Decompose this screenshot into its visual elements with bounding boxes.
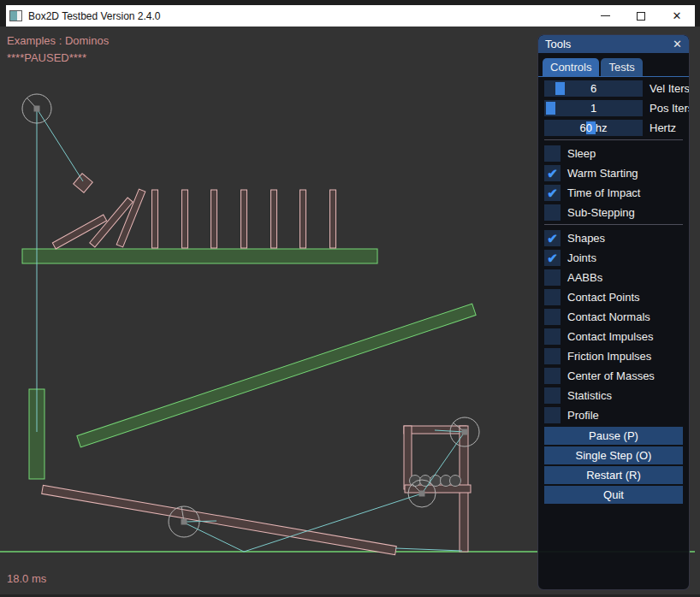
slider-group: 6Vel Iters1Pos Iters60 hzHertz <box>544 80 683 136</box>
checkbox-box[interactable] <box>544 348 561 364</box>
tools-panel: Tools ✕ ControlsTests 6Vel Iters1Pos Ite… <box>537 34 690 590</box>
checkbox-label: Center of Masses <box>567 369 655 382</box>
checkbox-box[interactable] <box>544 368 561 384</box>
panel-close-icon[interactable]: ✕ <box>673 38 682 50</box>
checkbox-box[interactable] <box>544 145 561 162</box>
slider-row-pos-iters: 1Pos Iters <box>544 100 683 116</box>
box2d-testbed-window: { "window": { "title": "Box2D Testbed Ve… <box>0 0 700 597</box>
checkbox-group-draw: ✔Shapes✔JointsAABBsContact PointsContact… <box>544 230 683 423</box>
checkbox-shapes[interactable]: ✔Shapes <box>544 230 683 246</box>
checkbox-time-of-impact[interactable]: ✔Time of Impact <box>544 185 683 201</box>
checkbox-friction-impulses[interactable]: Friction Impulses <box>544 348 683 364</box>
checkbox-box[interactable] <box>544 204 561 221</box>
joint-anchor <box>181 519 187 525</box>
checkbox-label: AABBs <box>567 271 602 284</box>
checkbox-box[interactable] <box>544 407 561 423</box>
checkbox-label: Time of Impact <box>567 186 640 199</box>
checkbox-contact-normals[interactable]: Contact Normals <box>544 309 683 325</box>
checkbox-label: Contact Points <box>567 291 640 304</box>
slider-hertz[interactable]: 60 hz <box>544 120 643 136</box>
tab-bar: ControlsTests <box>538 53 689 77</box>
tools-panel-header[interactable]: Tools ✕ <box>538 35 689 53</box>
checkbox-label: Joints <box>567 251 596 264</box>
checkbox-label: Statistics <box>567 389 612 402</box>
checkbox-profile[interactable]: Profile <box>544 407 683 423</box>
button-pause-p[interactable]: Pause (P) <box>544 427 683 445</box>
checkbox-center-of-masses[interactable]: Center of Masses <box>544 368 683 384</box>
checkbox-contact-impulses[interactable]: Contact Impulses <box>544 328 683 345</box>
dynamic-box[interactable] <box>404 426 466 434</box>
dynamic-box[interactable] <box>116 189 145 247</box>
checkbox-box[interactable] <box>544 387 561 404</box>
checkbox-label: Profile <box>567 409 599 422</box>
checkbox-box[interactable] <box>544 328 561 345</box>
dynamic-box[interactable] <box>330 190 336 248</box>
close-icon: ✕ <box>673 10 682 21</box>
checkmark-icon[interactable]: ✔ <box>544 230 561 246</box>
tab-tests[interactable]: Tests <box>601 58 642 76</box>
joint-line <box>186 523 244 552</box>
checkbox-label: Contact Normals <box>567 310 650 323</box>
maximize-button[interactable] <box>623 5 659 27</box>
app-icon <box>9 10 22 21</box>
slider-label: Hertz <box>650 121 676 134</box>
slider-vel-iters[interactable]: 6 <box>544 80 643 97</box>
ball-shape[interactable] <box>450 476 461 487</box>
button-single-step-o[interactable]: Single Step (O) <box>544 446 683 464</box>
checkbox-warm-starting[interactable]: ✔Warm Starting <box>544 165 683 181</box>
slider-label: Pos Iters <box>650 102 690 115</box>
checkmark-icon[interactable]: ✔ <box>544 250 561 266</box>
dynamic-box[interactable] <box>241 190 247 248</box>
title-bar[interactable]: Box2D Testbed Version 2.4.0 ✕ <box>6 5 695 27</box>
checkbox-group-simulation: Sleep✔Warm Starting✔Time of ImpactSub-St… <box>544 145 683 221</box>
checkbox-contact-points[interactable]: Contact Points <box>544 289 683 305</box>
checkbox-sub-stepping[interactable]: Sub-Stepping <box>544 204 683 221</box>
window-title: Box2D Testbed Version 2.4.0 <box>28 10 161 22</box>
paused-caption: ****PAUSED**** <box>7 51 86 64</box>
example-caption: Examples : Dominos <box>7 34 109 47</box>
slider-label: Vel Iters <box>650 82 690 95</box>
slider-value: 60 hz <box>544 120 643 136</box>
checkbox-label: Friction Impulses <box>567 350 651 363</box>
dynamic-box[interactable] <box>300 190 306 248</box>
checkbox-label: Contact Impulses <box>567 330 653 343</box>
frame-time-status: 18.0 ms <box>7 572 46 585</box>
checkbox-joints[interactable]: ✔Joints <box>544 250 683 266</box>
checkbox-label: Sleep <box>567 147 596 160</box>
checkbox-label: Sub-Stepping <box>567 206 635 219</box>
checkbox-box[interactable] <box>544 309 561 325</box>
slider-value: 6 <box>544 80 643 97</box>
dynamic-box[interactable] <box>271 190 277 248</box>
slider-row-hertz: 60 hzHertz <box>544 120 683 136</box>
checkbox-label: Shapes <box>567 232 605 245</box>
checkmark-icon[interactable]: ✔ <box>544 185 561 201</box>
separator <box>544 224 683 225</box>
checkbox-aabbs[interactable]: AABBs <box>544 269 683 286</box>
checkmark-icon[interactable]: ✔ <box>544 165 561 181</box>
button-quit[interactable]: Quit <box>544 486 683 504</box>
checkbox-statistics[interactable]: Statistics <box>544 387 683 404</box>
button-group: Pause (P)Single Step (O)Restart (R)Quit <box>544 427 683 504</box>
separator <box>544 139 683 140</box>
minimize-icon <box>601 15 610 16</box>
dynamic-box[interactable] <box>211 190 217 248</box>
dynamic-box[interactable] <box>74 174 93 193</box>
checkbox-box[interactable] <box>544 289 561 305</box>
tab-controls[interactable]: Controls <box>543 58 599 76</box>
close-button[interactable]: ✕ <box>659 5 695 27</box>
slider-row-vel-iters: 6Vel Iters <box>544 80 683 97</box>
checkbox-box[interactable] <box>544 269 561 286</box>
checkbox-label: Warm Starting <box>567 167 638 180</box>
slider-pos-iters[interactable]: 1 <box>544 100 643 116</box>
checkbox-sleep[interactable]: Sleep <box>544 145 683 162</box>
joint-anchor <box>34 106 40 112</box>
static-box <box>22 249 377 263</box>
dynamic-box[interactable] <box>42 485 397 554</box>
joint-line <box>37 109 83 181</box>
minimize-button[interactable] <box>587 5 623 27</box>
dynamic-box[interactable] <box>182 190 188 248</box>
joint-anchor <box>462 429 468 435</box>
joint-line <box>395 548 462 551</box>
dynamic-box[interactable] <box>152 190 158 248</box>
button-restart-r[interactable]: Restart (R) <box>544 466 683 484</box>
